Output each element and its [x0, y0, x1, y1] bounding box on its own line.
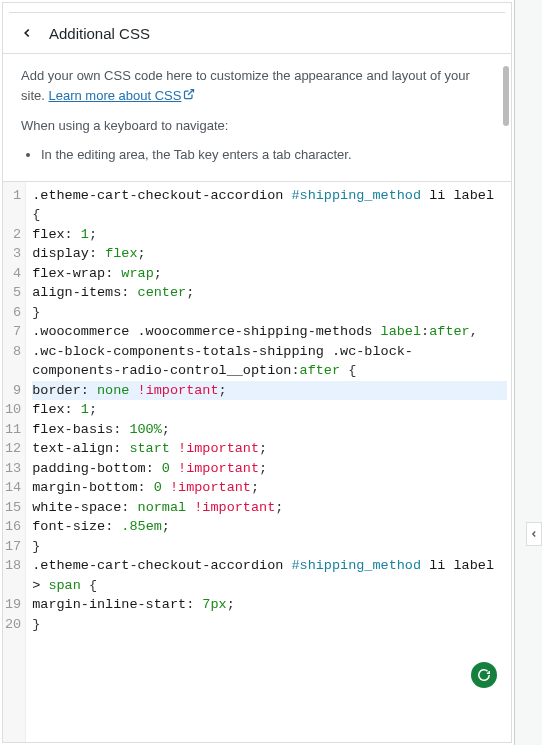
code-line[interactable]: } [32, 615, 507, 635]
link-text: Learn more about CSS [48, 88, 181, 103]
code-line[interactable]: margin-bottom: 0 !important; [32, 478, 507, 498]
external-link-icon [183, 86, 195, 106]
chevron-left-icon [529, 529, 539, 539]
code-line[interactable]: border: none !important; [32, 381, 507, 401]
learn-more-link[interactable]: Learn more about CSS [48, 88, 195, 103]
preview-area [514, 0, 542, 745]
code-line[interactable]: components-radio-control__option:after { [32, 361, 507, 381]
chevron-left-icon [20, 26, 34, 40]
code-line[interactable]: flex: 1; [32, 225, 507, 245]
top-border [9, 3, 505, 13]
line-number: 5 [5, 283, 21, 303]
line-number: 10 [5, 400, 21, 420]
code-line[interactable]: { [32, 205, 507, 225]
line-number: 4 [5, 264, 21, 284]
css-code-editor[interactable]: 1234567891011121314151617181920 .etheme-… [3, 182, 511, 742]
line-number: 20 [5, 615, 21, 635]
line-number: 11 [5, 420, 21, 440]
back-button[interactable] [17, 23, 37, 43]
code-line[interactable]: > span { [32, 576, 507, 596]
section-description: Add your own CSS code here to customize … [3, 54, 511, 182]
code-line[interactable]: padding-bottom: 0 !important; [32, 459, 507, 479]
line-number: 9 [5, 381, 21, 401]
line-number [5, 205, 21, 225]
line-number: 13 [5, 459, 21, 479]
line-number: 15 [5, 498, 21, 518]
line-number: 8 [5, 342, 21, 362]
line-number: 12 [5, 439, 21, 459]
panel-collapse-handle[interactable] [526, 522, 542, 546]
code-line[interactable]: .wc-block-components-totals-shipping .wc… [32, 342, 507, 362]
section-header: Additional CSS [3, 13, 511, 54]
line-number-gutter: 1234567891011121314151617181920 [3, 182, 26, 742]
description-scrollbar[interactable] [503, 66, 509, 126]
description-list: In the editing area, the Tab key enters … [21, 145, 493, 165]
line-number [5, 576, 21, 596]
code-line[interactable]: .etheme-cart-checkout-accordion #shippin… [32, 186, 507, 206]
list-item: In the editing area, the Tab key enters … [41, 145, 493, 165]
code-line[interactable]: white-space: normal !important; [32, 498, 507, 518]
keyboard-intro: When using a keyboard to navigate: [21, 116, 493, 136]
code-line[interactable]: display: flex; [32, 244, 507, 264]
line-number [5, 361, 21, 381]
line-number: 1 [5, 186, 21, 206]
description-paragraph: Add your own CSS code here to customize … [21, 66, 493, 106]
line-number: 16 [5, 517, 21, 537]
code-line[interactable]: } [32, 303, 507, 323]
svg-line-0 [188, 90, 194, 96]
line-number: 18 [5, 556, 21, 576]
line-number: 17 [5, 537, 21, 557]
line-number: 3 [5, 244, 21, 264]
code-line[interactable]: margin-inline-start: 7px; [32, 595, 507, 615]
code-content[interactable]: .etheme-cart-checkout-accordion #shippin… [26, 182, 511, 742]
code-line[interactable]: flex-basis: 100%; [32, 420, 507, 440]
line-number: 19 [5, 595, 21, 615]
section-title: Additional CSS [49, 25, 150, 42]
code-line[interactable]: text-align: start !important; [32, 439, 507, 459]
grammarly-fab[interactable] [471, 662, 497, 688]
code-line[interactable]: } [32, 537, 507, 557]
line-number: 6 [5, 303, 21, 323]
line-number: 14 [5, 478, 21, 498]
code-line[interactable]: align-items: center; [32, 283, 507, 303]
code-line[interactable]: .etheme-cart-checkout-accordion #shippin… [32, 556, 507, 576]
code-line[interactable]: flex-wrap: wrap; [32, 264, 507, 284]
code-line[interactable]: font-size: .85em; [32, 517, 507, 537]
line-number: 7 [5, 322, 21, 342]
grammarly-icon [477, 668, 491, 682]
customizer-panel: Additional CSS Add your own CSS code her… [2, 2, 512, 743]
code-line[interactable]: .woocommerce .woocommerce-shipping-metho… [32, 322, 507, 342]
code-line[interactable]: flex: 1; [32, 400, 507, 420]
line-number: 2 [5, 225, 21, 245]
